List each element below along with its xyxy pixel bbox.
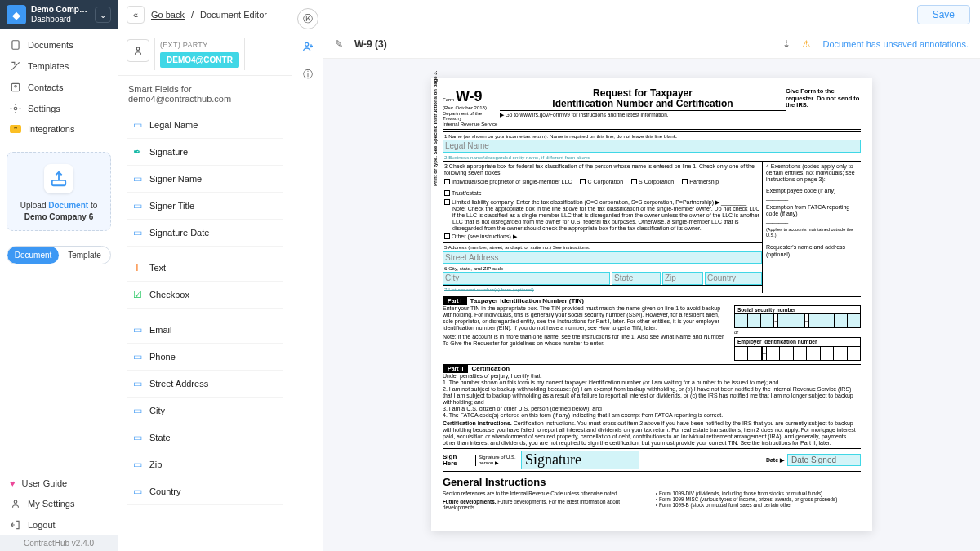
field-icon: ▭ [131, 227, 143, 238]
tool-add-person-icon[interactable] [297, 36, 318, 57]
footer-logout[interactable]: Logout [0, 514, 118, 535]
side-instructions: Print or type. See Specific Instructions… [433, 71, 439, 186]
topbar: Save [323, 0, 980, 29]
document-name[interactable]: W-9 (3) [354, 38, 387, 50]
field-street[interactable]: Street Address [443, 251, 762, 264]
field-icon: ▭ [131, 119, 143, 131]
field-country[interactable]: Country [705, 272, 762, 285]
nav-contacts[interactable]: Contacts [0, 77, 118, 98]
chevron-down-icon[interactable]: ⌄ [95, 7, 111, 23]
tool-keyboard-icon[interactable]: Ⓚ [297, 8, 318, 29]
sidebar-header: ◆ Demo Compa... Dashboard ⌄ [0, 0, 118, 29]
main-area: Save ✎ W-9 (3) ⇣ ⚠ Document has unsaved … [323, 0, 980, 551]
field-item[interactable]: ▭City [127, 398, 283, 424]
ssn-boxes[interactable]: –– [734, 313, 861, 328]
svg-rect-4 [52, 180, 66, 185]
field-icon: ☑ [131, 289, 143, 300]
field-icon: ▭ [131, 405, 143, 416]
breadcrumb: « Go back / Document Editor [118, 0, 292, 29]
main-sidebar: ◆ Demo Compa... Dashboard ⌄ Documents Te… [0, 0, 118, 551]
svg-point-6 [136, 47, 140, 51]
svg-point-5 [14, 500, 17, 504]
party-chip[interactable]: DEMO4@CONTR [160, 52, 239, 68]
field-item[interactable]: ▭Signer Name [127, 166, 283, 193]
nav-documents[interactable]: Documents [0, 34, 118, 56]
party-avatar-icon[interactable] [127, 39, 149, 62]
breadcrumb-back[interactable]: Go back [151, 10, 185, 20]
field-item[interactable]: ✒Signature [127, 139, 283, 166]
field-item[interactable]: ▭Signature Date [127, 220, 283, 247]
field-item[interactable]: ☑Checkbox [127, 282, 283, 309]
doc-tab-bar: ✎ W-9 (3) ⇣ ⚠ Document has unsaved annot… [323, 29, 980, 59]
field-icon: ▭ [131, 459, 143, 470]
integration-badge-icon: ⎓ [10, 125, 21, 133]
field-list: ▭Legal Name✒Signature▭Signer Name▭Signer… [118, 112, 292, 505]
field-city[interactable]: City [443, 272, 610, 285]
unsaved-warning: Document has unsaved annotations. [822, 39, 969, 49]
field-item[interactable]: TText [127, 255, 283, 282]
pen-icon: ✎ [335, 38, 343, 50]
party-tab: (EXT) PARTY DEMO4@CONTR [118, 29, 292, 76]
tool-info-icon[interactable]: ⓘ [297, 64, 318, 85]
field-signature[interactable]: Signature [521, 451, 639, 469]
field-icon: ✒ [131, 146, 143, 158]
footer-my-settings[interactable]: My Settings [0, 493, 118, 514]
nav-integrations[interactable]: ⎓Integrations [0, 119, 118, 139]
breadcrumb-current: Document Editor [200, 10, 267, 20]
field-icon: T [131, 262, 143, 273]
save-button[interactable]: Save [917, 5, 970, 24]
field-item[interactable]: ▭Zip [127, 451, 283, 478]
download-icon[interactable]: ⇣ [782, 38, 791, 50]
pill-template[interactable]: Template [59, 247, 110, 264]
nav-settings[interactable]: Settings [0, 98, 118, 119]
upload-icon [44, 164, 74, 193]
field-state[interactable]: State [612, 272, 661, 285]
svg-point-3 [14, 107, 17, 110]
field-icon: ▭ [131, 173, 143, 184]
form-w9: Print or type. See Specific Instructions… [431, 78, 872, 531]
fields-panel: « Go back / Document Editor (EXT) PARTY … [118, 0, 292, 551]
company-sub: Dashboard [31, 15, 90, 24]
field-item[interactable]: ▭Street Address [127, 371, 283, 398]
field-icon: ▭ [131, 324, 143, 335]
field-icon: ▭ [131, 486, 143, 497]
field-icon: ▭ [131, 432, 143, 443]
field-icon: ▭ [131, 378, 143, 389]
field-icon: ▭ [131, 200, 143, 211]
field-item[interactable]: ▭Email [127, 317, 283, 344]
version-label: ContractHub v2.4.0 [0, 535, 118, 551]
heart-icon: ♥ [10, 478, 16, 488]
field-item[interactable]: ▭Country [127, 478, 283, 505]
collapse-panel-button[interactable]: « [127, 6, 145, 24]
primary-nav: Documents Templates Contacts Settings ⎓I… [0, 29, 118, 144]
field-item[interactable]: ▭State [127, 424, 283, 451]
footer-user-guide[interactable]: ♥User Guide [0, 473, 118, 493]
svg-point-7 [305, 42, 308, 46]
upload-document-link[interactable]: Document [48, 201, 88, 210]
warning-icon: ⚠ [802, 38, 811, 50]
pill-document[interactable]: Document [7, 247, 59, 264]
field-legal-name[interactable]: Legal Name [443, 140, 861, 153]
nav-templates[interactable]: Templates [0, 56, 118, 77]
document-canvas[interactable]: Print or type. See Specific Instructions… [323, 59, 980, 551]
company-name: Demo Compa... [31, 5, 90, 15]
field-item[interactable]: ▭Legal Name [127, 112, 283, 139]
field-item[interactable]: ▭Signer Title [127, 193, 283, 220]
field-date-signed[interactable]: Date Signed [787, 454, 861, 467]
upload-card: Upload Document to Demo Company 6 [7, 152, 111, 231]
tool-strip: Ⓚ ⓘ [292, 0, 323, 551]
field-item[interactable]: ▭Phone [127, 344, 283, 371]
upload-type-toggle: Document Template [7, 246, 111, 264]
logo-icon: ◆ [7, 5, 26, 24]
field-zip[interactable]: Zip [662, 272, 703, 285]
svg-rect-0 [12, 41, 19, 50]
svg-point-2 [15, 86, 16, 87]
field-icon: ▭ [131, 351, 143, 362]
fields-title: Smart Fields for demo4@contracthub.com [118, 76, 292, 112]
ein-boxes[interactable]: – [734, 346, 861, 361]
